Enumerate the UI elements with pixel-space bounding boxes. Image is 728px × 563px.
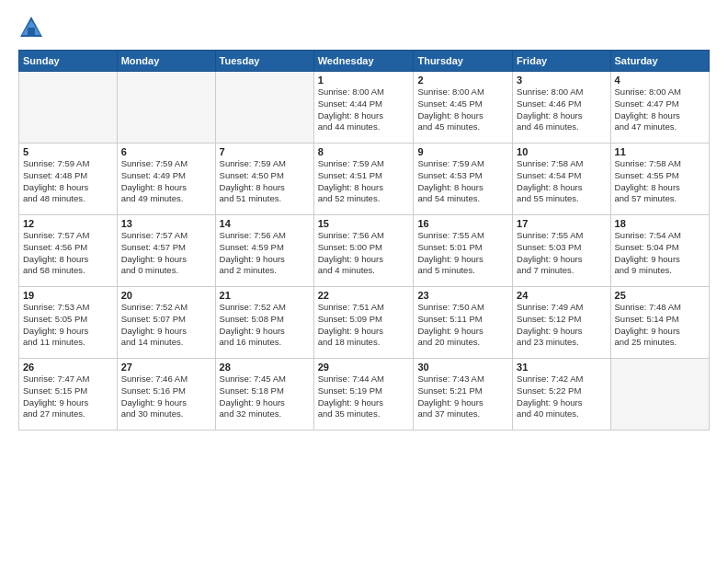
day-number: 10 xyxy=(517,146,606,157)
day-number: 18 xyxy=(615,218,705,229)
day-info: Sunrise: 7:44 AMSunset: 5:19 PMDaylight:… xyxy=(318,373,410,420)
day-number: 3 xyxy=(517,75,606,86)
day-number: 30 xyxy=(417,362,508,373)
calendar-cell: 25Sunrise: 7:48 AMSunset: 5:14 PMDayligh… xyxy=(610,287,709,359)
day-info: Sunrise: 7:47 AMSunset: 5:15 PMDaylight:… xyxy=(23,373,113,420)
day-info: Sunrise: 7:57 AMSunset: 4:57 PMDaylight:… xyxy=(121,230,211,277)
calendar-cell xyxy=(117,72,215,144)
day-number: 1 xyxy=(318,75,410,86)
calendar-cell: 20Sunrise: 7:52 AMSunset: 5:07 PMDayligh… xyxy=(117,287,215,359)
day-number: 2 xyxy=(417,75,508,86)
calendar-cell: 19Sunrise: 7:53 AMSunset: 5:05 PMDayligh… xyxy=(19,287,118,359)
calendar-cell: 29Sunrise: 7:44 AMSunset: 5:19 PMDayligh… xyxy=(313,359,414,431)
calendar-cell xyxy=(610,359,709,431)
calendar-cell: 16Sunrise: 7:55 AMSunset: 5:01 PMDayligh… xyxy=(414,215,513,287)
day-info: Sunrise: 7:55 AMSunset: 5:03 PMDaylight:… xyxy=(517,230,606,277)
day-number: 7 xyxy=(220,146,310,157)
day-info: Sunrise: 7:56 AMSunset: 5:00 PMDaylight:… xyxy=(318,230,410,277)
day-info: Sunrise: 7:59 AMSunset: 4:53 PMDaylight:… xyxy=(417,158,508,205)
day-number: 25 xyxy=(615,290,705,301)
week-row-2: 5Sunrise: 7:59 AMSunset: 4:48 PMDaylight… xyxy=(19,144,710,215)
weekday-header-wednesday: Wednesday xyxy=(313,51,414,72)
calendar-cell xyxy=(215,72,313,144)
calendar-cell: 11Sunrise: 7:58 AMSunset: 4:55 PMDayligh… xyxy=(610,144,709,215)
day-number: 31 xyxy=(517,362,606,373)
day-number: 8 xyxy=(318,146,410,157)
day-number: 24 xyxy=(517,290,606,301)
weekday-header-tuesday: Tuesday xyxy=(215,51,313,72)
day-number: 22 xyxy=(318,290,410,301)
day-number: 13 xyxy=(121,218,211,229)
day-number: 5 xyxy=(23,146,113,157)
day-info: Sunrise: 8:00 AMSunset: 4:45 PMDaylight:… xyxy=(417,86,508,133)
day-info: Sunrise: 7:54 AMSunset: 5:04 PMDaylight:… xyxy=(615,230,705,277)
day-number: 4 xyxy=(615,75,705,86)
calendar-cell: 5Sunrise: 7:59 AMSunset: 4:48 PMDaylight… xyxy=(19,144,118,215)
page-header xyxy=(18,15,710,40)
logo-icon xyxy=(18,15,44,40)
day-info: Sunrise: 7:49 AMSunset: 5:12 PMDaylight:… xyxy=(517,302,606,349)
day-number: 12 xyxy=(23,218,113,229)
calendar-cell: 7Sunrise: 7:59 AMSunset: 4:50 PMDaylight… xyxy=(215,144,313,215)
weekday-header-row: SundayMondayTuesdayWednesdayThursdayFrid… xyxy=(19,51,710,72)
calendar-cell: 18Sunrise: 7:54 AMSunset: 5:04 PMDayligh… xyxy=(610,215,709,287)
week-row-4: 19Sunrise: 7:53 AMSunset: 5:05 PMDayligh… xyxy=(19,287,710,359)
day-info: Sunrise: 7:59 AMSunset: 4:51 PMDaylight:… xyxy=(318,158,410,205)
svg-rect-2 xyxy=(28,28,35,35)
day-number: 27 xyxy=(121,362,211,373)
day-info: Sunrise: 7:52 AMSunset: 5:07 PMDaylight:… xyxy=(121,302,211,349)
calendar-cell: 14Sunrise: 7:56 AMSunset: 4:59 PMDayligh… xyxy=(215,215,313,287)
calendar-cell: 22Sunrise: 7:51 AMSunset: 5:09 PMDayligh… xyxy=(313,287,414,359)
calendar-cell: 4Sunrise: 8:00 AMSunset: 4:47 PMDaylight… xyxy=(610,72,709,144)
day-number: 26 xyxy=(23,362,113,373)
logo xyxy=(18,15,48,40)
day-info: Sunrise: 7:48 AMSunset: 5:14 PMDaylight:… xyxy=(615,302,705,349)
day-number: 28 xyxy=(220,362,310,373)
calendar-cell: 15Sunrise: 7:56 AMSunset: 5:00 PMDayligh… xyxy=(313,215,414,287)
calendar-cell: 13Sunrise: 7:57 AMSunset: 4:57 PMDayligh… xyxy=(117,215,215,287)
day-number: 20 xyxy=(121,290,211,301)
calendar-cell: 27Sunrise: 7:46 AMSunset: 5:16 PMDayligh… xyxy=(117,359,215,431)
day-info: Sunrise: 7:50 AMSunset: 5:11 PMDaylight:… xyxy=(417,302,508,349)
day-number: 16 xyxy=(417,218,508,229)
weekday-header-monday: Monday xyxy=(117,51,215,72)
calendar-cell: 9Sunrise: 7:59 AMSunset: 4:53 PMDaylight… xyxy=(414,144,513,215)
calendar-cell: 30Sunrise: 7:43 AMSunset: 5:21 PMDayligh… xyxy=(414,359,513,431)
day-number: 23 xyxy=(417,290,508,301)
day-number: 21 xyxy=(220,290,310,301)
weekday-header-sunday: Sunday xyxy=(19,51,118,72)
day-number: 29 xyxy=(318,362,410,373)
day-info: Sunrise: 7:51 AMSunset: 5:09 PMDaylight:… xyxy=(318,302,410,349)
day-info: Sunrise: 7:46 AMSunset: 5:16 PMDaylight:… xyxy=(121,373,211,420)
calendar-cell: 3Sunrise: 8:00 AMSunset: 4:46 PMDaylight… xyxy=(513,72,610,144)
day-info: Sunrise: 8:00 AMSunset: 4:47 PMDaylight:… xyxy=(615,86,705,133)
day-info: Sunrise: 7:43 AMSunset: 5:21 PMDaylight:… xyxy=(417,373,508,420)
calendar-cell: 8Sunrise: 7:59 AMSunset: 4:51 PMDaylight… xyxy=(313,144,414,215)
calendar-cell: 6Sunrise: 7:59 AMSunset: 4:49 PMDaylight… xyxy=(117,144,215,215)
weekday-header-friday: Friday xyxy=(513,51,610,72)
calendar-cell xyxy=(19,72,118,144)
day-info: Sunrise: 7:57 AMSunset: 4:56 PMDaylight:… xyxy=(23,230,113,277)
week-row-3: 12Sunrise: 7:57 AMSunset: 4:56 PMDayligh… xyxy=(19,215,710,287)
day-info: Sunrise: 7:56 AMSunset: 4:59 PMDaylight:… xyxy=(220,230,310,277)
day-info: Sunrise: 7:55 AMSunset: 5:01 PMDaylight:… xyxy=(417,230,508,277)
day-info: Sunrise: 8:00 AMSunset: 4:46 PMDaylight:… xyxy=(517,86,606,133)
calendar-cell: 17Sunrise: 7:55 AMSunset: 5:03 PMDayligh… xyxy=(513,215,610,287)
weekday-header-thursday: Thursday xyxy=(414,51,513,72)
day-info: Sunrise: 7:59 AMSunset: 4:49 PMDaylight:… xyxy=(121,158,211,205)
weekday-header-saturday: Saturday xyxy=(610,51,709,72)
week-row-1: 1Sunrise: 8:00 AMSunset: 4:44 PMDaylight… xyxy=(19,72,710,144)
day-info: Sunrise: 7:53 AMSunset: 5:05 PMDaylight:… xyxy=(23,302,113,349)
calendar-cell: 24Sunrise: 7:49 AMSunset: 5:12 PMDayligh… xyxy=(513,287,610,359)
day-info: Sunrise: 7:42 AMSunset: 5:22 PMDaylight:… xyxy=(517,373,606,420)
day-number: 6 xyxy=(121,146,211,157)
calendar-cell: 31Sunrise: 7:42 AMSunset: 5:22 PMDayligh… xyxy=(513,359,610,431)
day-number: 14 xyxy=(220,218,310,229)
day-number: 19 xyxy=(23,290,113,301)
calendar-cell: 2Sunrise: 8:00 AMSunset: 4:45 PMDaylight… xyxy=(414,72,513,144)
day-number: 11 xyxy=(615,146,705,157)
calendar-cell: 1Sunrise: 8:00 AMSunset: 4:44 PMDaylight… xyxy=(313,72,414,144)
day-info: Sunrise: 7:58 AMSunset: 4:55 PMDaylight:… xyxy=(615,158,705,205)
calendar-cell: 10Sunrise: 7:58 AMSunset: 4:54 PMDayligh… xyxy=(513,144,610,215)
day-number: 15 xyxy=(318,218,410,229)
